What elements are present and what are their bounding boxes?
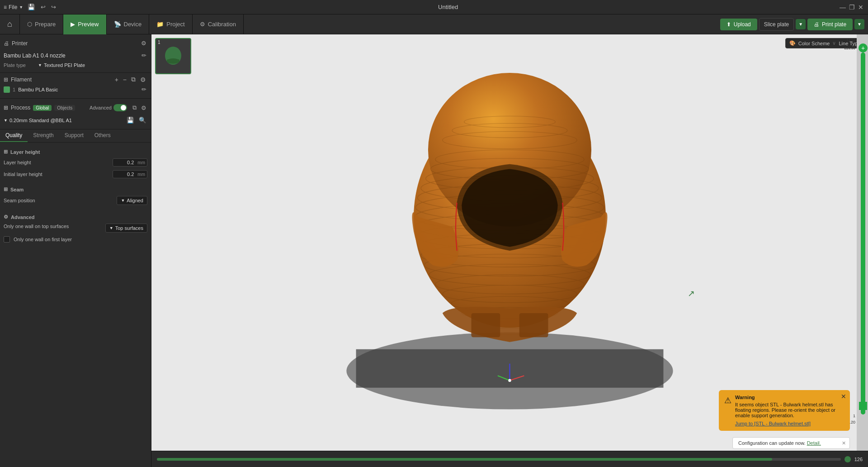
save-button[interactable]: 💾 (27, 3, 36, 11)
preset-text[interactable]: 0.20mm Standard @BBL A1 (9, 118, 72, 123)
file-label[interactable]: File (9, 4, 17, 10)
slice-button[interactable]: Slice plate (759, 18, 794, 31)
color-scheme-separator: ∨ (832, 40, 836, 46)
advanced-group-label: Advanced (11, 214, 35, 220)
warning-content: Warning It seems object STL - Bulwark he… (735, 395, 844, 426)
tab-prepare[interactable]: ⬡ Prepare (20, 14, 63, 34)
titlebar: ≡ File ▼ 💾 ↩ ↪ Untitled — ❐ ✕ (0, 0, 868, 14)
layer-height-label: Layer height (4, 160, 113, 165)
navbar: ⌂ ⬡ Prepare ▶ Preview 📡 Device 📁 Project… (0, 14, 868, 34)
scale-ruler: 1133 226.60 + 1 0.20 (857, 34, 868, 451)
seam-position-dropdown[interactable]: ▼ Aligned (117, 196, 147, 205)
scale-zoom-in-button[interactable]: + (859, 43, 868, 52)
layer-height-input[interactable] (113, 159, 136, 166)
svg-rect-2 (167, 59, 179, 62)
one-wall-top-row: Only one wall on top surfaces ▼ Top surf… (4, 222, 147, 234)
advanced-toggle-switch[interactable] (113, 104, 127, 111)
one-wall-first-label: Only one wall on first layer (14, 237, 72, 242)
seam-group-label: Seam (10, 187, 24, 192)
svg-point-35 (508, 379, 511, 382)
warning-link[interactable]: Jump to [STL - Bulwark helmet.stl] (735, 421, 811, 426)
preview-label: Preview (78, 21, 99, 28)
device-label: Device (124, 21, 142, 28)
project-icon: 📁 (156, 21, 164, 28)
thumb-model-icon (162, 44, 184, 69)
initial-layer-height-input-wrap: mm (113, 170, 147, 178)
file-menu-icon: ≡ (4, 4, 7, 10)
layer-height-unit: mm (136, 159, 147, 166)
warning-close-button[interactable]: ✕ (841, 393, 846, 400)
restore-button[interactable]: ❐ (848, 4, 855, 11)
home-button[interactable]: ⌂ (0, 14, 20, 34)
tab-preview[interactable]: ▶ Preview (63, 14, 106, 34)
filament-add-button[interactable]: + (113, 76, 120, 83)
filament-remove-button[interactable]: − (122, 76, 128, 83)
process-copy-button[interactable]: ⧉ (132, 103, 137, 112)
progress-fill (157, 458, 772, 461)
plate-type-row: Plate type ▼ Textured PEI Plate (4, 62, 147, 70)
printer-icon: 🖨 (4, 40, 9, 47)
scale-bar[interactable]: + (861, 52, 865, 415)
slice-dropdown-button[interactable]: ▼ (796, 19, 806, 29)
project-label: Project (166, 21, 184, 28)
filament-edit-button[interactable]: ✏ (141, 85, 147, 94)
one-wall-top-dropdown[interactable]: ▼ Top surfaces (105, 224, 147, 233)
file-menu[interactable]: ≡ File ▼ (4, 4, 23, 10)
svg-rect-30 (472, 313, 500, 337)
tab-quality[interactable]: Quality (0, 129, 28, 142)
minimize-button[interactable]: — (839, 4, 846, 11)
close-button[interactable]: ✕ (857, 4, 864, 11)
tab-support[interactable]: Support (59, 129, 89, 142)
preset-search-button[interactable]: 🔍 (138, 116, 147, 124)
process-icon: ⊞ (4, 105, 8, 111)
tab-strength[interactable]: Strength (28, 129, 59, 142)
one-wall-top-dropdown-icon: ▼ (109, 226, 113, 230)
process-header: ⊞ Process Global Objects Advanced ⧉ ⚙ (4, 101, 147, 114)
printer-edit-button[interactable]: ✏ (141, 51, 147, 60)
redo-button[interactable]: ↪ (50, 3, 57, 11)
layer-height-group-icon: ⊞ (4, 149, 8, 155)
progress-bar (157, 458, 841, 461)
main-area: 🖨 Printer ⚙ Bambu Lab A1 0.4 nozzle ✏ Pl… (0, 34, 868, 467)
process-settings-button[interactable]: ⚙ (140, 104, 147, 112)
thumbnail-1[interactable]: 1 (155, 38, 191, 74)
preset-row: ▼ 0.20mm Standard @BBL A1 💾 🔍 (4, 114, 147, 126)
plate-type-text[interactable]: Textured PEI Plate (44, 62, 85, 68)
advanced-label: Advanced (90, 105, 112, 110)
config-update-close-button[interactable]: ✕ (842, 440, 846, 446)
filament-num: 1 (13, 87, 15, 92)
filament-color-swatch[interactable] (4, 86, 10, 93)
one-wall-first-checkbox[interactable] (4, 236, 10, 243)
advanced-toggle: Advanced (90, 104, 127, 111)
scale-current-num: 1 (853, 414, 855, 418)
config-update-link[interactable]: Detail. (807, 440, 821, 446)
view-area: 1 🎨 Color Scheme ∨ Line Type (151, 34, 868, 467)
preset-save-button[interactable]: 💾 (126, 116, 135, 124)
toggle-knob (121, 105, 126, 110)
tab-project[interactable]: 📁 Project (149, 14, 192, 34)
undo-button[interactable]: ↩ (40, 3, 47, 11)
warning-title: Warning (735, 395, 844, 400)
filament-settings-button[interactable]: ⚙ (139, 76, 147, 83)
tab-device[interactable]: 📡 Device (107, 14, 150, 34)
color-scheme-icon: 🎨 (789, 40, 796, 46)
tab-calibration[interactable]: ⚙ Calibration (193, 14, 244, 34)
initial-layer-height-input[interactable] (113, 171, 136, 178)
print-dropdown-button[interactable]: ▼ (854, 19, 864, 29)
advanced-group-icon: ⚙ (4, 214, 8, 220)
global-tag[interactable]: Global (33, 105, 52, 111)
filament-copy-button[interactable]: ⧉ (130, 76, 137, 83)
printer-settings-button[interactable]: ⚙ (140, 39, 147, 48)
print-button[interactable]: 🖨 Print plate (807, 19, 853, 30)
upload-button[interactable]: ⬆ Upload (720, 19, 757, 30)
plate-type-value: ▼ Textured PEI Plate (38, 62, 85, 68)
preset-name: ▼ 0.20mm Standard @BBL A1 (4, 118, 123, 123)
initial-layer-height-row: Initial layer height mm (4, 168, 147, 180)
layer-height-input-wrap: mm (113, 158, 147, 167)
svg-rect-31 (519, 313, 548, 337)
tab-others[interactable]: Others (89, 129, 116, 142)
objects-tag[interactable]: Objects (54, 105, 75, 111)
filament-name: Bambu PLA Basic (18, 87, 138, 92)
slice-label: Slice plate (764, 21, 789, 28)
seam-dropdown-icon: ▼ (121, 198, 125, 203)
